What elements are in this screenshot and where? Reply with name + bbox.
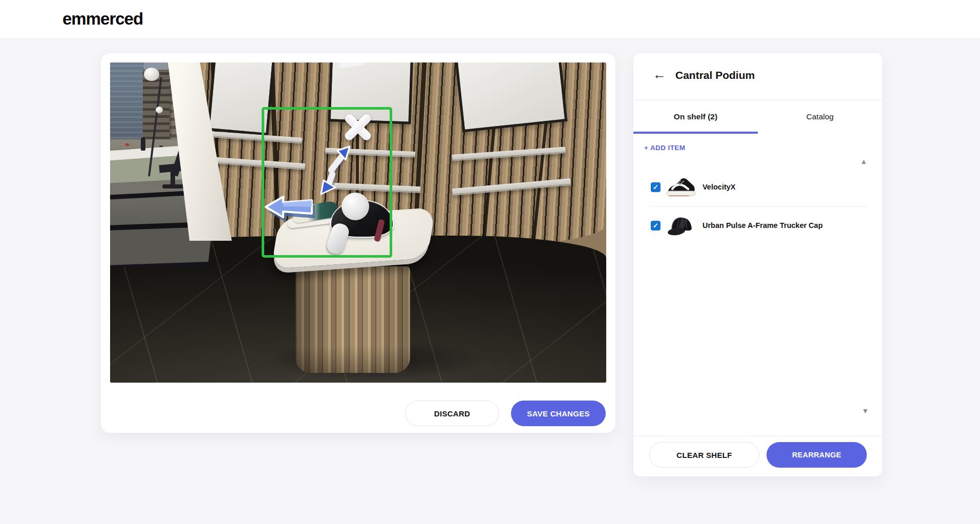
panel-title: Cantral Podium xyxy=(675,69,755,81)
top-bar: emmerced xyxy=(0,0,980,38)
move-diagonal-arrows-icon[interactable] xyxy=(316,142,354,198)
item-checkbox[interactable]: ✓ xyxy=(651,182,661,192)
scroll-up-icon[interactable]: ▲ xyxy=(860,157,867,165)
podium-base xyxy=(295,266,410,373)
move-left-arrow-icon[interactable] xyxy=(263,193,317,224)
rearrange-button[interactable]: REARRANGE xyxy=(766,442,867,468)
store-3d-viewport[interactable] xyxy=(110,62,606,383)
viewer-card: DISCARD SAVE CHANGES xyxy=(101,53,615,433)
item-label: Urban Pulse A-Frame Trucker Cap xyxy=(702,221,823,229)
list-item-trucker-cap[interactable]: ✓ Urban Pulse A-Frame Trucker Cap xyxy=(633,206,882,244)
street-lamp-globe xyxy=(144,68,159,81)
save-changes-button[interactable]: SAVE CHANGES xyxy=(511,401,606,426)
wall-poster xyxy=(455,62,568,132)
bench xyxy=(171,171,175,185)
list-item-velocityx[interactable]: ✓ VelocityX xyxy=(633,168,882,206)
tab-catalog[interactable]: Catalog xyxy=(758,100,882,134)
item-checkbox[interactable]: ✓ xyxy=(651,221,661,230)
add-item-button[interactable]: + ADD ITEM xyxy=(644,144,685,152)
pedestrian xyxy=(141,137,145,151)
tab-on-shelf[interactable]: On shelf (2) xyxy=(633,100,758,134)
item-label: VelocityX xyxy=(702,183,735,191)
street-detail xyxy=(125,143,129,146)
bench xyxy=(162,184,185,188)
shelf-panel: ← Cantral Podium On shelf (2) Catalog + … xyxy=(633,53,882,476)
brand-logo: emmerced xyxy=(62,9,143,29)
active-tab-underline xyxy=(633,132,758,134)
scroll-down-icon[interactable]: ▼ xyxy=(862,407,869,415)
clear-shelf-button[interactable]: CLEAR SHELF xyxy=(649,442,759,468)
trucker-cap-thumbnail xyxy=(666,211,696,240)
street-lamp-globe xyxy=(156,107,163,113)
footer-divider xyxy=(633,436,882,436)
building xyxy=(110,62,144,143)
close-gizmo-icon[interactable] xyxy=(342,111,374,143)
back-arrow-icon[interactable]: ← xyxy=(653,68,666,81)
panel-header: ← Cantral Podium xyxy=(633,53,882,100)
tab-bar: On shelf (2) Catalog xyxy=(633,100,882,134)
discard-button[interactable]: DISCARD xyxy=(405,401,499,426)
sneaker-thumbnail xyxy=(666,172,696,202)
